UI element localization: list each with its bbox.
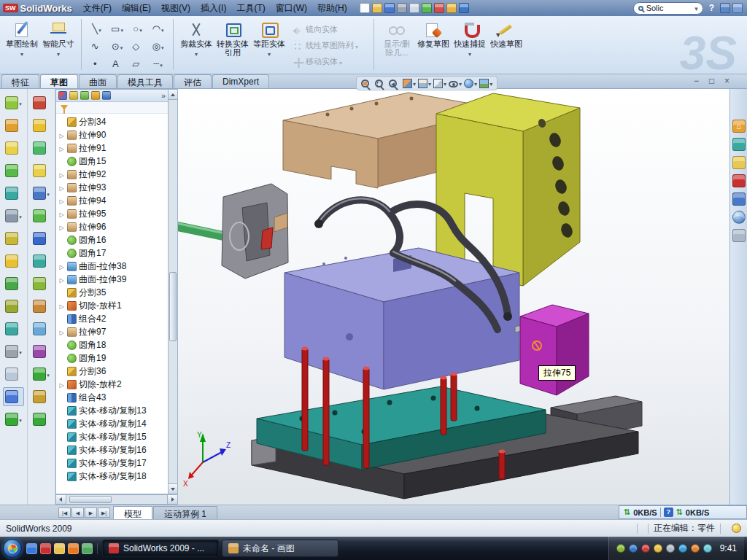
feature-tree-item[interactable]: 曲面-拉伸39 bbox=[56, 273, 168, 286]
left-toolbar-button[interactable] bbox=[31, 184, 52, 203]
expand-arrow-icon[interactable] bbox=[58, 327, 65, 337]
left-toolbar-button[interactable] bbox=[3, 387, 24, 406]
taskpane-icon[interactable] bbox=[732, 192, 746, 206]
feature-tree-item[interactable]: 圆角18 bbox=[56, 338, 168, 351]
taskpane-icon[interactable] bbox=[732, 229, 746, 242]
feature-tree-item[interactable]: 组合43 bbox=[56, 391, 168, 404]
hud-button[interactable] bbox=[389, 78, 400, 88]
model-tab[interactable]: 运动算例 1 bbox=[153, 506, 217, 519]
expand-arrow-icon[interactable] bbox=[58, 130, 65, 140]
left-toolbar-button[interactable] bbox=[31, 93, 52, 112]
menu-item[interactable]: 视图(V) bbox=[156, 1, 196, 16]
meter-help-icon[interactable]: ? bbox=[664, 508, 673, 517]
dropdown-arrow-icon[interactable] bbox=[489, 78, 492, 88]
quicklaunch-icon[interactable] bbox=[68, 543, 79, 554]
feature-tree-item[interactable]: 拉伸91 bbox=[56, 141, 168, 155]
dropdown-arrow-icon[interactable] bbox=[355, 42, 358, 50]
sketch-tool-button[interactable]: ▭ bbox=[107, 20, 127, 37]
titlebar-tool-icon[interactable] bbox=[732, 3, 743, 13]
ribbon-button[interactable]: 转换实体引用 bbox=[215, 19, 250, 71]
dropdown-arrow-icon[interactable] bbox=[339, 58, 342, 66]
configurationmanager-tab-icon[interactable] bbox=[91, 91, 100, 100]
feature-tree-item[interactable]: 切除-放样2 bbox=[56, 378, 168, 391]
window-control-button[interactable]: − bbox=[690, 76, 703, 88]
menu-item[interactable]: 文件(F) bbox=[78, 1, 117, 16]
study-nav-button[interactable]: ▶| bbox=[98, 508, 110, 518]
left-toolbar-button[interactable] bbox=[31, 229, 52, 248]
taskbar-task-button[interactable]: SolidWorks 2009 - ... bbox=[102, 540, 219, 557]
left-toolbar-button[interactable] bbox=[3, 206, 24, 225]
feature-tree-item[interactable]: 曲面-拉伸38 bbox=[56, 260, 168, 273]
ribbon-button[interactable]: 剪裁实体 bbox=[179, 19, 214, 71]
feature-tree-item[interactable]: 切除-放样1 bbox=[56, 299, 168, 312]
feature-tree-item[interactable]: 拉伸92 bbox=[56, 168, 168, 181]
left-toolbar-button[interactable] bbox=[3, 139, 24, 158]
expand-arrow-icon[interactable] bbox=[58, 209, 65, 219]
hud-button[interactable] bbox=[403, 78, 416, 88]
clock[interactable]: 9:41 bbox=[720, 543, 737, 553]
dropdown-arrow-icon[interactable] bbox=[468, 49, 471, 58]
sketch-tool-button[interactable]: ◎ bbox=[148, 38, 168, 55]
expand-arrow-icon[interactable] bbox=[58, 222, 65, 232]
chevron-icon[interactable]: » bbox=[161, 91, 166, 100]
sketch-tool-button[interactable]: ╲ bbox=[87, 20, 107, 37]
ribbon-button[interactable]: 线性草图阵列 bbox=[290, 38, 368, 53]
tray-icon[interactable] bbox=[654, 544, 662, 553]
ribbon-button[interactable]: 快速草图 bbox=[489, 19, 524, 71]
feature-tree-item[interactable]: 组合42 bbox=[56, 312, 168, 325]
left-toolbar-button[interactable] bbox=[3, 319, 24, 338]
quicklaunch-icon[interactable] bbox=[82, 543, 93, 554]
feature-tree-item[interactable]: 分割34 bbox=[56, 115, 168, 128]
left-toolbar-button[interactable] bbox=[3, 93, 24, 112]
hud-button[interactable] bbox=[418, 78, 431, 88]
left-toolbar-button[interactable] bbox=[3, 274, 24, 293]
start-button[interactable] bbox=[3, 539, 22, 558]
ribbon-button[interactable]: 等距实体 bbox=[252, 19, 287, 71]
taskpane-icon[interactable] bbox=[732, 211, 746, 224]
sketch-tool-button[interactable]: ◠ bbox=[148, 20, 168, 37]
titlebar-tool-icon[interactable] bbox=[459, 3, 469, 13]
window-control-button[interactable]: × bbox=[721, 76, 733, 88]
scroll-left-icon[interactable] bbox=[56, 495, 66, 504]
left-toolbar-button[interactable] bbox=[31, 161, 52, 180]
dimxpert-tab-icon[interactable] bbox=[102, 91, 111, 100]
left-toolbar-button[interactable] bbox=[3, 365, 24, 384]
dropdown-arrow-icon[interactable] bbox=[120, 24, 123, 34]
help-button[interactable]: ? bbox=[709, 3, 714, 13]
ribbon-button[interactable]: 显示/删除几... bbox=[379, 19, 414, 71]
menu-item[interactable]: 编辑(E) bbox=[117, 1, 156, 16]
feature-tree-item[interactable]: 拉伸97 bbox=[56, 325, 168, 338]
tree-vertical-scrollbar[interactable] bbox=[168, 89, 178, 494]
ribbon-button[interactable]: 镜向实体 bbox=[290, 22, 368, 37]
dropdown-arrow-icon[interactable] bbox=[98, 24, 101, 34]
left-toolbar-button[interactable] bbox=[31, 139, 52, 158]
feature-tree-item[interactable]: 实体-移动/复制18 bbox=[56, 470, 168, 483]
tray-icon[interactable] bbox=[641, 544, 650, 553]
feature-tree-item[interactable]: 圆角16 bbox=[56, 233, 168, 246]
study-nav-button[interactable]: |◀ bbox=[58, 508, 71, 518]
flyout-arrow-icon[interactable] bbox=[19, 211, 22, 221]
dropdown-arrow-icon[interactable] bbox=[57, 49, 60, 58]
study-nav-button[interactable]: ▶ bbox=[85, 508, 97, 518]
window-control-button[interactable]: □ bbox=[705, 76, 718, 88]
tree-filter-bar[interactable] bbox=[56, 102, 168, 114]
tree-horizontal-scrollbar[interactable] bbox=[55, 494, 178, 505]
propertymanager-tab-icon[interactable] bbox=[80, 91, 89, 100]
active-sketch-icon[interactable] bbox=[58, 91, 67, 100]
feature-tree-item[interactable]: 拉伸90 bbox=[56, 128, 168, 141]
left-toolbar-button[interactable] bbox=[3, 161, 24, 180]
model-tab[interactable]: 模型 bbox=[113, 506, 152, 519]
graphics-viewport[interactable]: Y Z X 拉伸75 bbox=[178, 89, 729, 505]
scroll-down-icon[interactable] bbox=[169, 483, 177, 494]
quicklaunch-icon[interactable] bbox=[26, 543, 37, 554]
flyout-arrow-icon[interactable] bbox=[19, 346, 22, 357]
dropdown-arrow-icon[interactable] bbox=[413, 78, 416, 88]
featuremanager-tab-icon[interactable] bbox=[69, 91, 78, 100]
titlebar-tool-icon[interactable] bbox=[434, 3, 444, 13]
expand-arrow-icon[interactable] bbox=[58, 300, 65, 311]
sketch-tool-button[interactable]: ∿ bbox=[87, 38, 107, 55]
yellow-bracket[interactable] bbox=[436, 93, 580, 286]
ribbon-button[interactable]: 草图绘制 bbox=[4, 19, 39, 71]
taskpane-icon[interactable] bbox=[732, 120, 746, 133]
flyout-arrow-icon[interactable] bbox=[19, 414, 22, 424]
